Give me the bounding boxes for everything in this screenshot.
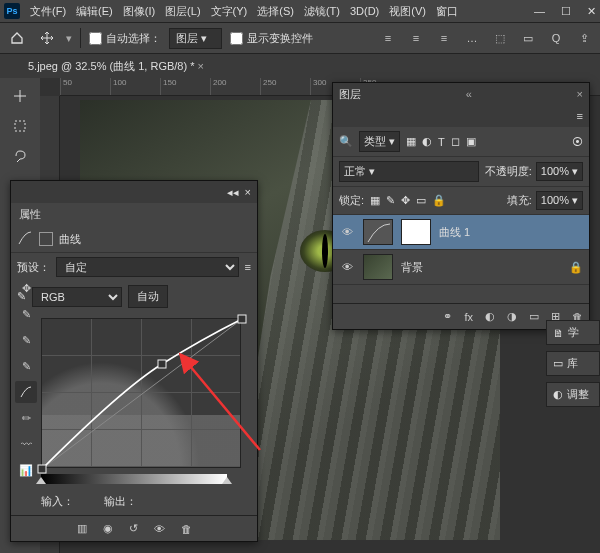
channel-dropdown[interactable]: RGB (32, 287, 122, 307)
panel-close-icon[interactable]: × (577, 88, 583, 100)
filter-pixel-icon[interactable]: ▦ (406, 135, 416, 148)
window-minimize-icon[interactable]: — (534, 5, 545, 18)
menu-layer[interactable]: 图层(L) (165, 4, 200, 19)
window-close-icon[interactable]: ✕ (587, 5, 596, 18)
gray-point-eyedropper[interactable]: ✎ (15, 329, 37, 351)
white-point-eyedropper[interactable]: ✎ (15, 355, 37, 377)
auto-button[interactable]: 自动 (128, 285, 168, 308)
home-icon[interactable] (6, 27, 28, 49)
black-point-eyedropper[interactable]: ✎ (15, 303, 37, 325)
filter-type-icon[interactable]: T (438, 136, 445, 148)
menu-type[interactable]: 文字(Y) (211, 4, 248, 19)
learn-panel-collapsed[interactable]: 🗎 学 (546, 320, 600, 345)
3d-mode-icon[interactable]: ⬚ (490, 28, 510, 48)
layers-panel-titlebar[interactable]: 图层 « × (333, 83, 589, 105)
move-tool-icon[interactable] (36, 27, 58, 49)
lock-pixels-icon[interactable]: ▦ (370, 194, 380, 207)
menu-window[interactable]: 窗口 (436, 4, 458, 19)
delete-adjustment-icon[interactable]: 🗑 (181, 523, 192, 535)
visibility-toggle-icon[interactable]: 👁 (339, 226, 355, 238)
filter-toggle-icon[interactable]: ⦿ (572, 136, 583, 148)
lock-position-icon[interactable]: ✥ (401, 194, 410, 207)
auto-select-target-dropdown[interactable]: 图层 ▾ (169, 28, 222, 49)
align-center-icon[interactable]: ≡ (406, 28, 426, 48)
options-toolbar: ▾ 自动选择： 图层 ▾ 显示变换控件 ≡ ≡ ≡ … ⬚ ▭ Q ⇪ (0, 22, 600, 54)
adjustment-layer-icon[interactable]: ◑ (507, 310, 517, 323)
blend-mode-dropdown[interactable]: 正常 ▾ (339, 161, 479, 182)
toggle-visibility-icon[interactable]: 👁 (154, 523, 165, 535)
panel-close-icon[interactable]: × (245, 186, 251, 198)
layer-style-icon[interactable]: fx (464, 311, 473, 323)
layer-name[interactable]: 曲线 1 (439, 225, 470, 240)
view-mode-icon[interactable]: ▭ (518, 28, 538, 48)
histogram-options[interactable]: 📊 (15, 459, 37, 481)
menu-file[interactable]: 文件(F) (30, 4, 66, 19)
window-maximize-icon[interactable]: ☐ (561, 5, 571, 18)
input-gradient[interactable] (41, 474, 227, 484)
curve-point-tool[interactable] (15, 381, 37, 403)
align-left-icon[interactable]: ≡ (378, 28, 398, 48)
marquee-tool[interactable] (6, 114, 34, 138)
targeted-adjust-tool[interactable]: ✥ (15, 277, 37, 299)
menu-select[interactable]: 选择(S) (257, 4, 294, 19)
layers-panel: 图层 « × ≡ 🔍 类型 ▾ ▦ ◐ T ◻ ▣ ⦿ 正常 ▾ 不透明度:10… (332, 82, 590, 330)
filter-search-icon[interactable]: 🔍 (339, 135, 353, 148)
chevron-down-icon[interactable]: ▾ (66, 32, 72, 45)
curves-tools: ✥ ✎ ✎ ✎ ✏ 〰 📊 (15, 277, 37, 481)
panel-menu-icon[interactable]: ≡ (577, 110, 583, 122)
fill-input[interactable]: 100% ▾ (536, 191, 583, 210)
panel-collapse-icon[interactable]: « (466, 88, 472, 100)
lock-brush-icon[interactable]: ✎ (386, 194, 395, 207)
layer-mask-icon[interactable]: ◐ (485, 310, 495, 323)
visibility-toggle-icon[interactable]: 👁 (339, 261, 355, 273)
main-menubar: Ps 文件(F) 编辑(E) 图像(I) 图层(L) 文字(Y) 选择(S) 滤… (0, 0, 600, 22)
opacity-input[interactable]: 100% ▾ (536, 162, 583, 181)
auto-select-checkbox[interactable]: 自动选择： (89, 31, 161, 46)
document-tabbar: 5.jpeg @ 32.5% (曲线 1, RGB/8) * × (0, 54, 600, 78)
layer-name[interactable]: 背景 (401, 260, 423, 275)
layer-row-background[interactable]: 👁 背景 🔒 (333, 250, 589, 285)
input-label: 输入： (41, 494, 74, 509)
mask-mode-icon[interactable] (39, 232, 53, 246)
adjustment-thumb-icon (363, 219, 393, 245)
adjustments-panel-collapsed[interactable]: ◐ 调整 (546, 382, 600, 407)
svg-rect-0 (15, 121, 25, 131)
filter-shape-icon[interactable]: ◻ (451, 135, 460, 148)
group-icon[interactable]: ▭ (529, 310, 539, 323)
panel-collapse-icon[interactable]: ◂◂ (227, 186, 239, 199)
layer-thumb (363, 254, 393, 280)
view-previous-icon[interactable]: ◉ (103, 522, 113, 535)
layer-row-curves[interactable]: 👁 曲线 1 (333, 215, 589, 250)
document-tab[interactable]: 5.jpeg @ 32.5% (曲线 1, RGB/8) * × (20, 55, 212, 78)
layer-filter-dropdown[interactable]: 类型 ▾ (359, 131, 400, 152)
filter-smart-icon[interactable]: ▣ (466, 135, 476, 148)
panel-menu-icon[interactable]: ≡ (245, 261, 251, 273)
clip-to-layer-icon[interactable]: ▥ (77, 522, 87, 535)
lasso-tool[interactable] (6, 144, 34, 168)
curves-graph[interactable] (41, 318, 241, 468)
move-tool[interactable] (6, 84, 34, 108)
curve-pencil-tool[interactable]: ✏ (15, 407, 37, 429)
menu-view[interactable]: 视图(V) (389, 4, 426, 19)
preset-dropdown[interactable]: 自定 (56, 257, 239, 277)
right-collapsed-panels: 🗎 学 ▭ 库 ◐ 调整 (546, 320, 600, 407)
lock-artboard-icon[interactable]: ▭ (416, 194, 426, 207)
menu-3d[interactable]: 3D(D) (350, 5, 379, 17)
share-icon[interactable]: ⇪ (574, 28, 594, 48)
menu-edit[interactable]: 编辑(E) (76, 4, 113, 19)
search-icon[interactable]: Q (546, 28, 566, 48)
smooth-curve-tool[interactable]: 〰 (15, 433, 37, 455)
align-right-icon[interactable]: ≡ (434, 28, 454, 48)
link-layers-icon[interactable]: ⚭ (443, 310, 452, 323)
tab-close-icon[interactable]: × (198, 60, 204, 72)
show-transform-checkbox[interactable]: 显示变换控件 (230, 31, 313, 46)
filter-adjust-icon[interactable]: ◐ (422, 135, 432, 148)
properties-tab[interactable]: 属性 (11, 203, 257, 226)
reset-icon[interactable]: ↺ (129, 522, 138, 535)
mask-thumb[interactable] (401, 219, 431, 245)
lock-all-icon[interactable]: 🔒 (432, 194, 446, 207)
menu-image[interactable]: 图像(I) (123, 4, 155, 19)
libraries-panel-collapsed[interactable]: ▭ 库 (546, 351, 600, 376)
more-icon[interactable]: … (462, 28, 482, 48)
menu-filter[interactable]: 滤镜(T) (304, 4, 340, 19)
